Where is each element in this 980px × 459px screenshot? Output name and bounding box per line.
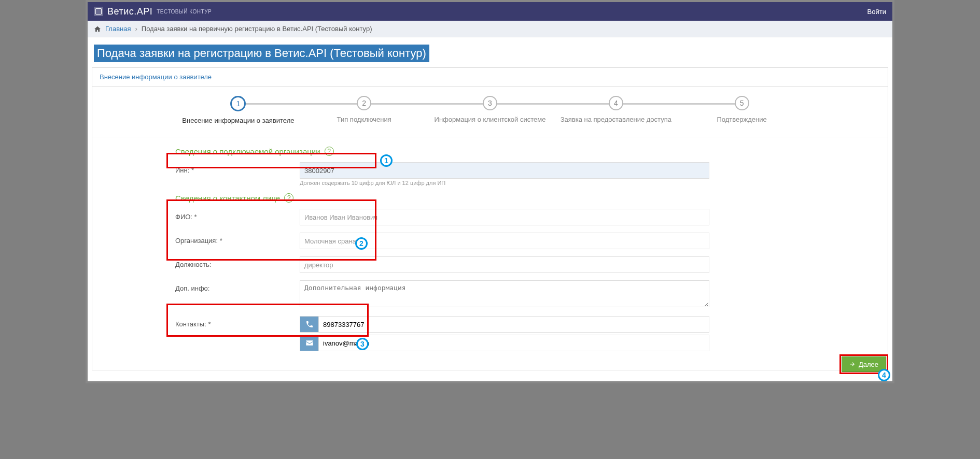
- step-4[interactable]: 4 Заявка на предоставление доступа: [553, 96, 679, 123]
- login-link[interactable]: Войти: [867, 8, 886, 16]
- row-contacts: Контакты: *: [175, 316, 881, 353]
- label-position: Должность:: [175, 256, 300, 268]
- input-inn[interactable]: [300, 162, 709, 179]
- phone-icon: [300, 316, 318, 333]
- step-label-2: Тип подключения: [301, 116, 427, 123]
- step-label-4: Заявка на предоставление доступа: [553, 116, 679, 123]
- help-icon[interactable]: ?: [325, 147, 334, 156]
- step-5[interactable]: 5 Подтверждение: [679, 96, 805, 123]
- home-icon: [94, 25, 101, 33]
- annotation-marker-1: 1: [380, 154, 393, 167]
- annotation-marker-2: 2: [355, 237, 368, 250]
- step-circle-2: 2: [357, 96, 371, 110]
- logo-icon: [94, 7, 103, 16]
- main-panel: Внесение информации о заявителе 1 Внесен…: [92, 67, 888, 370]
- section-org-title: Сведения о подключаемой организации ?: [175, 147, 881, 156]
- label-extra: Доп. инфо:: [175, 280, 300, 292]
- next-button-label: Далее: [859, 361, 878, 368]
- label-contacts: Контакты: *: [175, 316, 300, 328]
- step-line-2: [238, 103, 364, 105]
- help-icon[interactable]: ?: [284, 193, 293, 203]
- panel-header: Внесение информации о заявителе: [92, 68, 888, 87]
- row-fio: ФИО: *: [175, 209, 881, 225]
- breadcrumb: Главная › Подача заявки на первичную рег…: [88, 21, 892, 37]
- contact-phone-row: [300, 316, 709, 333]
- page-title: Подача заявки на регистрацию в Ветис.API…: [94, 45, 429, 62]
- label-inn: Инн: *: [175, 162, 300, 174]
- breadcrumb-current: Подача заявки на первичную регистрацию в…: [142, 25, 372, 33]
- annotation-marker-4: 4: [878, 369, 890, 381]
- row-position: Должность:: [175, 256, 881, 273]
- input-email[interactable]: [318, 335, 709, 351]
- step-3[interactable]: 3 Информация о клиентской системе: [427, 96, 553, 123]
- step-2[interactable]: 2 Тип подключения: [301, 96, 427, 123]
- input-extra[interactable]: [300, 280, 709, 307]
- envelope-icon: [300, 335, 318, 351]
- section-contact-title: Сведения о контактном лице ?: [175, 193, 881, 203]
- breadcrumb-separator: ›: [135, 25, 137, 33]
- navbar-brand: Ветис.API ТЕСТОВЫЙ КОНТУР: [94, 6, 212, 17]
- page-title-container: Подача заявки на регистрацию в Ветис.API…: [88, 37, 892, 67]
- row-extra: Доп. инфо:: [175, 280, 881, 309]
- label-org: Организация: *: [175, 233, 300, 245]
- step-circle-5: 5: [735, 96, 749, 110]
- step-line-5: [616, 103, 742, 105]
- top-navbar: Ветис.API ТЕСТОВЫЙ КОНТУР Войти: [88, 2, 892, 21]
- breadcrumb-home[interactable]: Главная: [105, 25, 131, 33]
- step-label-3: Информация о клиентской системе: [427, 116, 553, 123]
- input-fio[interactable]: [300, 209, 709, 225]
- section-org-text: Сведения о подключаемой организации: [175, 147, 320, 156]
- annotation-marker-3: 3: [356, 338, 369, 350]
- step-line-4: [490, 103, 616, 105]
- step-circle-3: 3: [483, 96, 497, 110]
- step-label-1: Внесение информации о заявителе: [175, 117, 301, 124]
- stepper: 1 Внесение информации о заявителе 2 Тип …: [92, 87, 888, 137]
- row-inn: Инн: * Должен содержать 10 цифр для ЮЛ и…: [175, 162, 881, 186]
- form-area: Сведения о подключаемой организации ? Ин…: [92, 137, 888, 370]
- hint-inn: Должен содержать 10 цифр для ЮЛ и 12 циф…: [300, 180, 709, 186]
- step-circle-4: 4: [609, 96, 623, 110]
- label-fio: ФИО: *: [175, 209, 300, 221]
- arrow-right-icon: [849, 361, 856, 367]
- environment-badge: ТЕСТОВЫЙ КОНТУР: [157, 9, 212, 15]
- step-circle-1: 1: [230, 96, 246, 111]
- step-label-5: Подтверждение: [679, 116, 805, 123]
- app-title: Ветис.API: [107, 6, 152, 17]
- section-contact-text: Сведения о контактном лице: [175, 194, 280, 203]
- app-window: Ветис.API ТЕСТОВЫЙ КОНТУР Войти Главная …: [86, 0, 894, 383]
- input-position[interactable]: [300, 256, 709, 273]
- row-org: Организация: *: [175, 233, 881, 249]
- input-phone[interactable]: [318, 316, 709, 333]
- step-line-3: [364, 103, 490, 105]
- next-button[interactable]: Далее: [842, 356, 886, 372]
- step-1[interactable]: 1 Внесение информации о заявителе: [175, 96, 301, 124]
- next-button-container: Далее: [842, 356, 886, 372]
